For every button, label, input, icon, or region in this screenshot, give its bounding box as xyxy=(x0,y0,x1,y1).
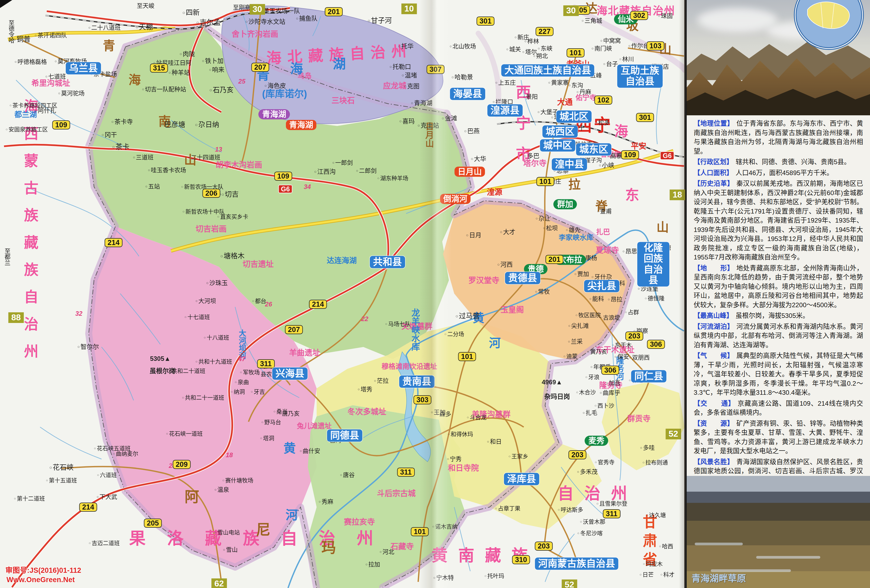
route-shield: 311 xyxy=(603,509,620,518)
town-label: 十八道班 xyxy=(204,334,229,341)
town-label: 玛应木 xyxy=(643,561,663,567)
town-label: 拉布则通 xyxy=(643,459,668,466)
town-label: 第十五道班 xyxy=(46,477,77,484)
town-label: 城关 xyxy=(506,46,521,53)
info-section-title: 【地 形】 xyxy=(694,264,734,272)
town-label: 共和十九道班 xyxy=(195,358,232,365)
watermark: 审图号:JS(2016)01-112 xyxy=(5,566,81,575)
landmark-red-label: 平安 xyxy=(631,142,647,150)
map-right-edge-shadow xyxy=(679,0,685,588)
route-shield: 227 xyxy=(535,27,553,36)
page-ref-badge: 88 xyxy=(8,312,24,323)
scenic-badge-red: 青海湖 xyxy=(286,120,316,130)
town-label: 占章丁果 xyxy=(495,505,520,512)
town-label: 赛什塘牧场 xyxy=(222,477,253,484)
town-label: 克图 xyxy=(404,83,420,90)
town-label: 江西沟 xyxy=(314,168,336,175)
route-shield: 101 xyxy=(536,177,554,186)
town-label: 共和二十道班 xyxy=(169,368,206,374)
county-badge: 湟源县 xyxy=(487,104,523,117)
heritage-site-label: 舍卜齐沟岩画 xyxy=(232,30,278,39)
county-badge: 贵南县 xyxy=(399,376,435,388)
mountain-range-label: 山 xyxy=(657,220,669,235)
heritage-site-label: 玉皇阁 xyxy=(501,306,524,314)
info-section-title: 【气 候】 xyxy=(694,352,734,359)
km-marker: 32 xyxy=(75,310,83,317)
map-hainan-prefecture: 海北藏族自治州海北藏族自治州果洛藏族自治州黄南藏族自治州西宁市海东市海西蒙古族藏… xyxy=(0,0,685,588)
info-section-title: 【交 通】 xyxy=(694,400,735,407)
town-label: 哈西 xyxy=(659,543,673,549)
town-label: 下大武 xyxy=(97,494,117,500)
water-body-label: 大河坝河 xyxy=(238,330,246,359)
heritage-site-label: 群贡寺 xyxy=(627,414,650,423)
route-shield: 206 xyxy=(202,189,220,198)
town-label: 朔北 xyxy=(533,53,548,59)
town-label: 石乃亥 xyxy=(210,86,234,94)
town-label: 作尔台 xyxy=(628,43,649,49)
route-shield: 205 xyxy=(144,518,162,528)
town-label: 东干木 xyxy=(612,342,632,348)
town-label: 哈勒景 xyxy=(451,74,473,81)
town-label: 托叶玛 xyxy=(484,573,504,579)
town-label: 松坝 xyxy=(543,225,558,232)
county-badge: 同仁县 xyxy=(631,370,666,383)
info-section-title: 【行政区划】 xyxy=(694,158,733,165)
town-label: 南门峡 xyxy=(591,45,612,52)
town-label: 湖东种羊场 xyxy=(377,175,408,181)
heritage-site-label: 胡李木沟岩画 xyxy=(216,161,262,169)
town-label: 捕鱼队 xyxy=(296,15,318,22)
town-label: 喜玛 xyxy=(399,118,415,125)
town-label: 台子 xyxy=(603,61,618,68)
route-shield: 209 xyxy=(173,460,191,469)
town-label: 海色皮 xyxy=(265,82,286,89)
info-section-title: 【人口面积】 xyxy=(694,169,733,177)
km-marker: 22 xyxy=(361,315,368,323)
route-shield: 109 xyxy=(52,120,70,129)
town-label: 甘子河 xyxy=(368,17,392,25)
info-section: 【资 源】矿产资源有铜、汞、铅、锌等。动植物种类繁多，主要有冬虫夏草、甘草、雪莲… xyxy=(694,419,863,456)
page-ref-badge: 52 xyxy=(562,579,577,588)
town-label: 二十四道班 xyxy=(188,154,220,161)
peak-label: 杂玛日岗 xyxy=(544,393,570,400)
town-label: 茶卡 xyxy=(112,143,130,151)
water-body-label: 都兰湖 xyxy=(15,110,37,119)
town-label: 雄先 xyxy=(566,227,580,233)
watermark: Www.OneGreen.Net xyxy=(6,576,75,584)
page-ref-badge: 10 xyxy=(401,3,417,14)
town-label: 二十八道班 xyxy=(88,25,121,31)
town-label: 扎毛 xyxy=(582,410,597,416)
info-section: 【人口面积】人口46万，面积45895平方千米。 xyxy=(694,168,863,178)
town-label: 切吉 xyxy=(222,190,239,198)
landmark-red-label: 湟源 xyxy=(487,188,502,196)
town-label: 牙什尕 xyxy=(591,274,612,281)
town-label: 一郎剑 xyxy=(332,160,353,166)
town-label: 过马营 xyxy=(456,312,480,320)
town-label: 诺木吉纳 xyxy=(432,523,458,530)
road-destination-note: 至德令哈 xyxy=(7,20,14,43)
town-label: 切吉一队配种站 xyxy=(142,86,186,93)
town-label: 曲什安 xyxy=(299,448,320,454)
route-shield: 101 xyxy=(411,527,429,536)
km-marker: 47 xyxy=(238,355,246,363)
town-label: 花石峡一道班 xyxy=(166,431,203,437)
town-label: 唐乃亥 xyxy=(279,410,299,417)
town-label: 塘格木 xyxy=(220,252,245,260)
county-badge: 兴海县 xyxy=(272,368,308,380)
mountain-range-label: 海 xyxy=(128,73,141,87)
town-label: 第十二道班 xyxy=(14,495,45,502)
town-label: 大华 xyxy=(471,156,486,163)
info-section: 【行政区划】辖共和、同德、贵德、兴海、贵南5县。 xyxy=(694,157,863,167)
heritage-site-label: 和日寺院 xyxy=(448,464,479,472)
town-label: 沙珠玉 xyxy=(206,280,228,287)
town-label: 呼德格磊格 xyxy=(15,59,47,65)
road-destination-note: 至都兰 xyxy=(3,248,10,266)
town-label: 花石峡 xyxy=(49,463,74,471)
town-label: 塔秀 xyxy=(358,386,372,393)
heritage-site-label: 罗汉堂寺 xyxy=(468,276,499,285)
town-label: 三道班 xyxy=(133,154,153,161)
page-ref-badge: 30 xyxy=(250,4,265,15)
county-badge: 城北区 xyxy=(556,110,591,123)
town-label: 上五庄 xyxy=(495,80,516,86)
water-body-label: 李家峡水库 xyxy=(559,234,593,242)
km-marker: 25 xyxy=(238,78,246,85)
